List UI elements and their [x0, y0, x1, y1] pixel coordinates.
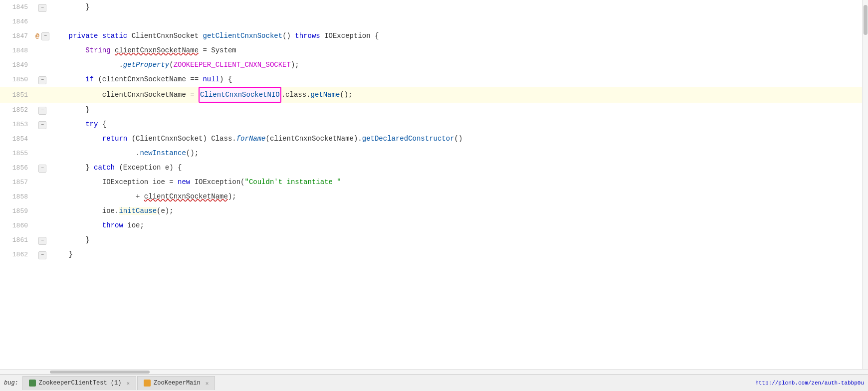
horizontal-scrollbar-thumb[interactable]: [50, 371, 150, 374]
line-number-1850: 1850: [0, 73, 35, 87]
line-number-1860: 1860: [0, 219, 35, 233]
line-number-1849: 1849: [0, 58, 35, 72]
code-line-1848: 1848 String clientCnxnSocketName = Syste…: [0, 43, 862, 58]
code-line-1850: 1850 − if (clientCnxnSocketName == null)…: [0, 72, 862, 87]
line-number-1862: 1862: [0, 248, 35, 262]
tab-icon-zookeeper-main: [144, 380, 151, 387]
code-content-1853: try {: [50, 117, 862, 131]
fold-icon-1852[interactable]: −: [38, 107, 46, 115]
code-content-1857: IOException ioe = new IOException("Could…: [50, 175, 862, 189]
code-line-1854: 1854 return (ClientCnxnSocket) Class.for…: [0, 132, 862, 146]
tab-label-zookeeper-main: ZooKeeperMain: [154, 380, 201, 387]
code-line-1851: 1851 clientCnxnSocketName = ClientCnxnSo…: [0, 87, 862, 103]
code-line-1847: 1847 @ − private static ClientCnxnSocket…: [0, 29, 862, 43]
code-content-1851: clientCnxnSocketName = ClientCnxnSocketN…: [50, 87, 862, 103]
editor-container: 1845 − } 1846 1847 @ − priv: [0, 0, 868, 391]
line-number-1851: 1851: [0, 88, 35, 102]
code-line-1849: 1849 .getProperty(ZOOKEEPER_CLIENT_CNXN_…: [0, 58, 862, 72]
gutter-1852[interactable]: −: [35, 107, 50, 115]
line-number-1845: 1845: [0, 0, 35, 14]
code-content-1850: if (clientCnxnSocketName == null) {: [50, 72, 862, 86]
code-content-1862: }: [50, 247, 862, 261]
code-content-1849: .getProperty(ZOOKEEPER_CLIENT_CNXN_SOCKE…: [50, 58, 862, 72]
scrollbar-thumb[interactable]: [864, 5, 868, 35]
code-line-1860: 1860 throw ioe;: [0, 218, 862, 233]
main-content: 1845 − } 1846 1847 @ − priv: [0, 0, 868, 369]
code-line-1855: 1855 .newInstance();: [0, 146, 862, 161]
gutter-1845[interactable]: −: [35, 4, 50, 12]
tab-close-zookeeper-client-test[interactable]: ✕: [126, 380, 130, 387]
code-content-1845: }: [50, 0, 862, 14]
highlight-ClientCnxnSocketNIO: ClientCnxnSocketNIO: [199, 87, 281, 103]
code-line-1861: 1861 − }: [0, 233, 862, 247]
code-line-1852: 1852 − }: [0, 103, 862, 117]
tab-close-zookeeper-main[interactable]: ✕: [206, 380, 209, 387]
tab-zookeeper-client-test[interactable]: ZookeeperClientTest (1) ✕: [22, 376, 136, 390]
code-line-1856: 1856 − } catch (Exception e) {: [0, 161, 862, 175]
line-number-1857: 1857: [0, 176, 35, 190]
debug-label: bug:: [4, 380, 22, 387]
fold-icon-1850[interactable]: −: [38, 76, 46, 84]
line-number-1858: 1858: [0, 190, 35, 204]
code-content-1846: [50, 14, 862, 28]
code-line-1857: 1857 IOException ioe = new IOException("…: [0, 175, 862, 190]
gutter-1856[interactable]: −: [35, 165, 50, 173]
code-line-1846: 1846: [0, 14, 862, 29]
code-line-1859: 1859 ioe.initCause(e);: [0, 204, 862, 218]
line-number-1853: 1853: [0, 118, 35, 132]
status-right: http://plcnb.com/zen/auth-tabbp0u: [755, 380, 864, 386]
code-content-1860: throw ioe;: [50, 218, 862, 232]
gutter-1861[interactable]: −: [35, 237, 50, 245]
line-number-1859: 1859: [0, 204, 35, 218]
code-content-1847: private static ClientCnxnSocket getClien…: [50, 29, 862, 43]
line-number-1848: 1848: [0, 44, 35, 58]
code-line-1853: 1853 − try {: [0, 117, 862, 132]
code-content-1855: .newInstance();: [50, 146, 862, 160]
line-number-1856: 1856: [0, 161, 35, 175]
line-number-1854: 1854: [0, 132, 35, 146]
vertical-scrollbar[interactable]: [862, 0, 868, 369]
tab-label-zookeeper-client-test: ZookeeperClientTest (1): [39, 380, 122, 387]
at-marker-1847: @: [35, 29, 39, 43]
code-content-1848: String clientCnxnSocketName = System: [50, 43, 862, 57]
code-content-1856: } catch (Exception e) {: [50, 161, 862, 175]
code-content-1852: }: [50, 103, 862, 117]
gutter-1850[interactable]: −: [35, 76, 50, 84]
code-content-1859: ioe.initCause(e);: [50, 204, 862, 218]
line-number-1846: 1846: [0, 15, 35, 29]
fold-icon-1845[interactable]: −: [38, 4, 46, 12]
code-line-1862: 1862 − }: [0, 247, 862, 262]
code-line-1845: 1845 − }: [0, 0, 862, 14]
gutter-1862[interactable]: −: [35, 251, 50, 259]
fold-icon-1862[interactable]: −: [38, 251, 46, 259]
fold-icon-1861[interactable]: −: [38, 237, 46, 245]
lines-container: 1845 − } 1846 1847 @ − priv: [0, 0, 862, 369]
code-content-1861: }: [50, 233, 862, 247]
line-number-1861: 1861: [0, 233, 35, 247]
line-number-1855: 1855: [0, 147, 35, 161]
code-content-1858: + clientCnxnSocketName);: [50, 190, 862, 203]
fold-icon-1856[interactable]: −: [38, 165, 46, 173]
tab-icon-zookeeper-client: [29, 380, 36, 387]
fold-icon-1853[interactable]: −: [38, 121, 46, 129]
horizontal-scrollbar[interactable]: [0, 369, 868, 374]
code-content-1854: return (ClientCnxnSocket) Class.forName(…: [50, 132, 862, 146]
fold-icon-1847[interactable]: −: [41, 32, 49, 40]
line-number-1852: 1852: [0, 103, 35, 117]
tab-bar: bug: ZookeeperClientTest (1) ✕ ZooKeeper…: [0, 374, 868, 391]
line-number-1847: 1847: [0, 29, 35, 43]
tab-zookeeper-main[interactable]: ZooKeeperMain ✕: [137, 376, 215, 390]
gutter-1853[interactable]: −: [35, 121, 50, 129]
gutter-1847[interactable]: @ −: [35, 29, 50, 43]
code-line-1858: 1858 + clientCnxnSocketName);: [0, 190, 862, 204]
